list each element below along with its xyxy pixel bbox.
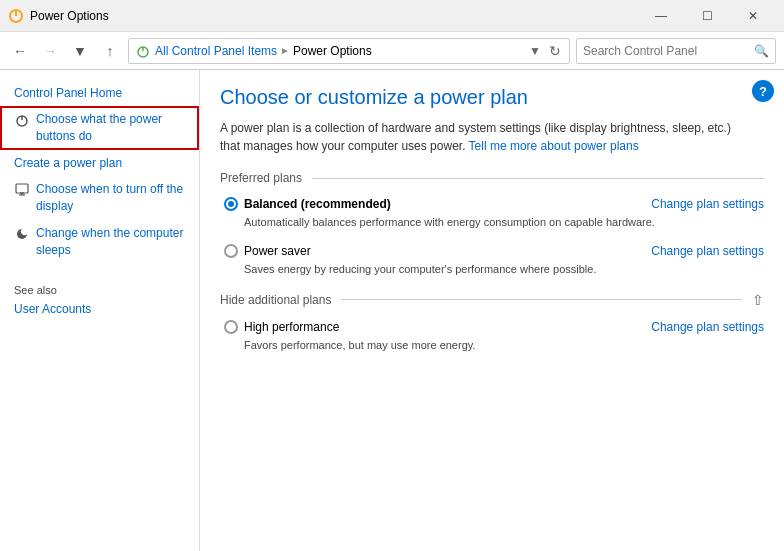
content-description: A power plan is a collection of hardware… <box>220 119 740 155</box>
plan-power-saver-description: Saves energy by reducing your computer's… <box>224 262 764 277</box>
sidebar-item-label-create-plan: Create a power plan <box>14 155 185 172</box>
display-icon <box>14 182 30 198</box>
address-field[interactable]: All Control Panel Items ► Power Options … <box>128 38 570 64</box>
sidebar-home-link[interactable]: Control Panel Home <box>0 80 199 106</box>
address-refresh-btn[interactable]: ↻ <box>547 41 563 61</box>
plan-balanced-change-link[interactable]: Change plan settings <box>651 197 764 211</box>
additional-plans-label: Hide additional plans <box>220 293 331 307</box>
plan-balanced: Balanced (recommended) Change plan setti… <box>220 197 764 230</box>
additional-plans-divider <box>341 299 742 300</box>
window-controls: — ☐ ✕ <box>638 0 776 32</box>
search-box[interactable]: 🔍 <box>576 38 776 64</box>
sidebar-item-turn-off-display[interactable]: Choose when to turn off the display <box>0 176 199 220</box>
svg-rect-6 <box>16 184 28 193</box>
plan-power-saver: Power saver Change plan settings Saves e… <box>220 244 764 277</box>
plan-power-saver-change-link[interactable]: Change plan settings <box>651 244 764 258</box>
plan-high-perf-change-link[interactable]: Change plan settings <box>651 320 764 334</box>
plan-power-saver-label: Power saver <box>224 244 311 258</box>
breadcrumb-sep: ► <box>280 45 290 56</box>
plan-balanced-description: Automatically balances performance with … <box>224 215 764 230</box>
maximize-button[interactable]: ☐ <box>684 0 730 32</box>
close-button[interactable]: ✕ <box>730 0 776 32</box>
plan-balanced-row: Balanced (recommended) Change plan setti… <box>224 197 764 211</box>
window-title: Power Options <box>30 9 638 23</box>
search-input[interactable] <box>583 44 750 58</box>
help-button[interactable]: ? <box>752 80 774 102</box>
sidebar-item-create-plan[interactable]: Create a power plan <box>0 150 199 177</box>
plan-power-saver-row: Power saver Change plan settings <box>224 244 764 258</box>
additional-plans-header: Hide additional plans ⇧ <box>220 292 764 308</box>
address-dropdown-btn[interactable]: ▼ <box>527 42 543 60</box>
plan-power-saver-name: Power saver <box>244 244 311 258</box>
search-icon[interactable]: 🔍 <box>754 44 769 58</box>
plan-balanced-radio[interactable] <box>224 197 238 211</box>
title-bar: Power Options — ☐ ✕ <box>0 0 784 32</box>
sidebar-see-also: See also User Accounts <box>0 284 199 316</box>
preferred-plans-label: Preferred plans <box>220 171 302 185</box>
sidebar-user-accounts-link[interactable]: User Accounts <box>14 302 185 316</box>
preferred-plans-header: Preferred plans <box>220 171 764 185</box>
back-button[interactable]: ← <box>8 39 32 63</box>
plan-balanced-label: Balanced (recommended) <box>224 197 391 211</box>
page-title: Choose or customize a power plan <box>220 86 764 109</box>
dropdown-button[interactable]: ▼ <box>68 39 92 63</box>
app-icon <box>8 8 24 24</box>
sidebar-item-label-power-buttons: Choose what the power buttons do <box>36 111 185 145</box>
plan-power-saver-radio[interactable] <box>224 244 238 258</box>
address-bar-icon <box>135 43 151 59</box>
plan-high-perf-label: High performance <box>224 320 339 334</box>
forward-button[interactable]: → <box>38 39 62 63</box>
sidebar-item-label-sleep: Change when the computer sleeps <box>36 225 185 259</box>
plan-high-perf-row: High performance Change plan settings <box>224 320 764 334</box>
breadcrumb-item-1[interactable]: All Control Panel Items <box>155 44 277 58</box>
sidebar-item-power-buttons[interactable]: Choose what the power buttons do <box>0 106 199 150</box>
plan-high-perf-radio[interactable] <box>224 320 238 334</box>
sleep-icon <box>14 226 30 242</box>
up-button[interactable]: ↑ <box>98 39 122 63</box>
plan-balanced-name: Balanced (recommended) <box>244 197 391 211</box>
plan-high-performance: High performance Change plan settings Fa… <box>220 320 764 353</box>
address-bar: ← → ▼ ↑ All Control Panel Items ► Power … <box>0 32 784 70</box>
collapse-chevron-icon[interactable]: ⇧ <box>752 292 764 308</box>
sidebar: Control Panel Home Choose what the power… <box>0 70 200 551</box>
sidebar-item-label-display: Choose when to turn off the display <box>36 181 185 215</box>
preferred-plans-divider <box>312 178 764 179</box>
breadcrumb-item-2: Power Options <box>293 44 372 58</box>
main-content: Control Panel Home Choose what the power… <box>0 70 784 551</box>
sidebar-item-computer-sleeps[interactable]: Change when the computer sleeps <box>0 220 199 264</box>
description-link[interactable]: Tell me more about power plans <box>469 139 639 153</box>
plan-high-perf-description: Favors performance, but may use more ene… <box>224 338 764 353</box>
power-buttons-icon <box>14 112 30 128</box>
see-also-title: See also <box>14 284 185 296</box>
minimize-button[interactable]: — <box>638 0 684 32</box>
content-area: ? Choose or customize a power plan A pow… <box>200 70 784 551</box>
breadcrumb: All Control Panel Items ► Power Options <box>155 44 523 58</box>
plan-high-perf-name: High performance <box>244 320 339 334</box>
